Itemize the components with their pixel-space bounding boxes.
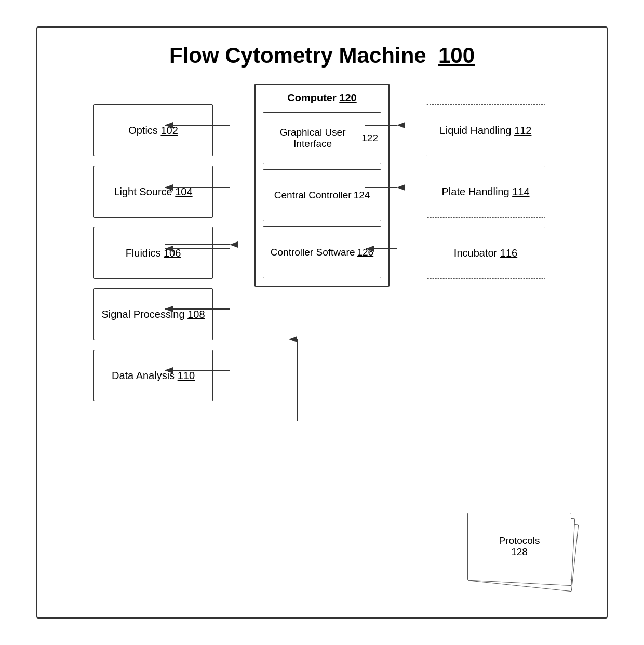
light-source-label: Light Source 104 — [114, 186, 192, 198]
protocols-ref: 128 — [511, 546, 528, 558]
signal-processing-ref: 108 — [187, 308, 205, 320]
title-text: Flow Cytometry Machine — [169, 43, 426, 68]
signal-processing-label: Signal Processing 108 — [101, 308, 205, 320]
right-column: Liquid Handling 112 Plate Handling 114 I… — [426, 104, 551, 279]
data-analysis-box: Data Analysis 110 — [93, 350, 213, 401]
title-number: 100 — [438, 43, 475, 68]
plate-handling-ref: 114 — [512, 186, 529, 197]
fluidics-box: Fluidics 106 — [93, 227, 213, 279]
diagram-area: Optics 102 Light Source 104 Fluidics 106… — [37, 78, 607, 611]
protocol-paper-front: Protocols 128 — [467, 513, 571, 580]
left-column: Optics 102 Light Source 104 Fluidics 106… — [93, 104, 218, 401]
computer-ref: 120 — [339, 92, 356, 103]
liquid-handling-box: Liquid Handling 112 — [426, 104, 545, 156]
incubator-label: Incubator 116 — [454, 247, 517, 259]
light-source-ref: 104 — [175, 186, 192, 197]
outer-frame: Flow Cytometry Machine 100 Optics 102 Li… — [36, 26, 608, 619]
optics-box: Optics 102 — [93, 104, 213, 156]
incubator-ref: 116 — [500, 247, 517, 259]
controller-software-box: Controller Software 126 — [263, 226, 381, 278]
signal-processing-box: Signal Processing 108 — [93, 288, 213, 340]
central-controller-ref: 124 — [354, 190, 370, 201]
optics-label: Optics 102 — [128, 125, 178, 137]
protocols-area: Protocols 128 — [461, 503, 575, 586]
plate-handling-box: Plate Handling 114 — [426, 166, 545, 218]
fluidics-label: Fluidics 106 — [126, 247, 181, 259]
computer-label: Computer 120 — [263, 92, 381, 104]
central-controller-box: Central Controller 124 — [263, 169, 381, 221]
controller-software-ref: 126 — [357, 247, 373, 258]
protocols-label: Protocols — [499, 535, 540, 546]
data-analysis-ref: 110 — [178, 370, 195, 381]
plate-handling-label: Plate Handling 114 — [441, 186, 529, 198]
fluidics-ref: 106 — [164, 247, 181, 259]
liquid-handling-label: Liquid Handling 112 — [440, 125, 532, 137]
center-column: Computer 120 Graphical User Interface 12… — [249, 84, 395, 287]
incubator-box: Incubator 116 — [426, 227, 545, 279]
liquid-handling-ref: 112 — [514, 125, 531, 136]
computer-box: Computer 120 Graphical User Interface 12… — [254, 84, 390, 287]
data-analysis-label: Data Analysis 110 — [112, 370, 195, 382]
page-title: Flow Cytometry Machine 100 — [37, 28, 607, 78]
optics-ref: 102 — [160, 125, 178, 136]
gui-box: Graphical User Interface 122 — [263, 112, 381, 164]
light-source-box: Light Source 104 — [93, 166, 213, 218]
gui-ref: 122 — [361, 132, 378, 144]
